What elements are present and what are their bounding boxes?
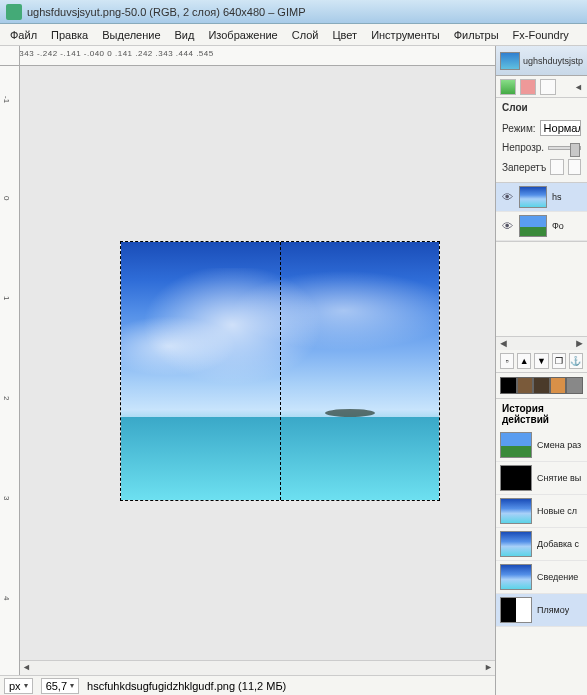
- layer-name[interactable]: hs: [552, 192, 562, 202]
- mode-value: Нормальн...: [544, 122, 581, 134]
- history-row[interactable]: Смена раз: [496, 429, 587, 462]
- ruler-origin[interactable]: [0, 46, 20, 66]
- mode-label: Режим:: [502, 123, 536, 134]
- new-layer-button[interactable]: ▫: [500, 353, 514, 369]
- ruler-vertical[interactable]: -1 0 1 2 3 4: [0, 66, 20, 675]
- menubar: Файл Правка Выделение Вид Изображение Сл…: [0, 24, 587, 46]
- menu-layer[interactable]: Слой: [286, 26, 325, 44]
- channels-tab-icon[interactable]: [520, 79, 536, 95]
- history-thumbnail: [500, 597, 532, 623]
- history-thumbnail: [500, 531, 532, 557]
- zoom-value: 65,7: [46, 680, 67, 692]
- workspace[interactable]: [20, 66, 495, 660]
- menu-edit[interactable]: Правка: [45, 26, 94, 44]
- image-tab-icon: [500, 52, 520, 70]
- raise-layer-button[interactable]: ▲: [517, 353, 531, 369]
- horizontal-scrollbar[interactable]: [20, 660, 495, 675]
- right-panel: ughshduytsjstp ◄ Слои Режим: Нормальн...…: [495, 46, 587, 695]
- layer-row[interactable]: 👁 hs: [496, 183, 587, 212]
- history-label: Плямоу: [537, 605, 569, 615]
- menu-image[interactable]: Изображение: [202, 26, 283, 44]
- layers-title: Слои: [496, 98, 587, 117]
- history-list: Смена раз Снятие вы Новые сл Добавка с С…: [496, 429, 587, 627]
- history-row[interactable]: Сведение: [496, 561, 587, 594]
- swatch[interactable]: [500, 377, 517, 394]
- dropdown-arrow-icon: ▾: [24, 681, 28, 690]
- opacity-slider[interactable]: [548, 146, 581, 150]
- lock-label: Заперетъ: [502, 162, 546, 173]
- history-thumbnail: [500, 498, 532, 524]
- anchor-layer-button[interactable]: ⚓: [569, 353, 583, 369]
- menu-select[interactable]: Выделение: [96, 26, 166, 44]
- image-canvas[interactable]: [120, 241, 440, 501]
- canvas-area: -1 0 1 2 3 4 px▾ 65,7▾ hscfuhkdsugfugidz…: [0, 46, 495, 695]
- layer-scrollbar[interactable]: ◄►: [496, 336, 587, 350]
- status-file: hscfuhkdsugfugidzhklgudf.png (11,2 МБ): [87, 680, 286, 692]
- layer-list: 👁 hs 👁 Фо: [496, 182, 587, 242]
- tab-menu-icon[interactable]: ◄: [574, 82, 583, 92]
- history-label: Добавка с: [537, 539, 579, 549]
- layer-thumbnail[interactable]: [519, 186, 547, 208]
- history-thumbnail: [500, 432, 532, 458]
- unit-selector[interactable]: px▾: [4, 678, 33, 694]
- history-title: История действий: [496, 399, 587, 429]
- visibility-toggle-icon[interactable]: 👁: [500, 219, 514, 233]
- statusbar: px▾ 65,7▾ hscfuhkdsugfugidzhklgudf.png (…: [0, 675, 495, 695]
- history-thumbnail: [500, 564, 532, 590]
- layers-tab-icon[interactable]: [500, 79, 516, 95]
- history-row[interactable]: Плямоу: [496, 594, 587, 627]
- window-title: ughsfduvsjsyut.png-50.0 (RGB, 2 слоя) 64…: [27, 6, 305, 18]
- history-label: Новые сл: [537, 506, 577, 516]
- image-tab[interactable]: ughshduytsjstp: [496, 46, 587, 76]
- island-detail: [325, 409, 375, 417]
- menu-file[interactable]: Файл: [4, 26, 43, 44]
- titlebar: ughsfduvsjsyut.png-50.0 (RGB, 2 слоя) 64…: [0, 0, 587, 24]
- lock-pixels-icon[interactable]: [550, 159, 563, 175]
- history-row[interactable]: Добавка с: [496, 528, 587, 561]
- layer-buttons: ▫ ▲ ▼ ❐ ⚓: [496, 350, 587, 372]
- layer-row[interactable]: 👁 Фо: [496, 212, 587, 241]
- menu-fxfoundry[interactable]: Fx-Foundry: [507, 26, 575, 44]
- history-label: Сведение: [537, 572, 578, 582]
- visibility-toggle-icon[interactable]: 👁: [500, 190, 514, 204]
- history-row[interactable]: Новые сл: [496, 495, 587, 528]
- menu-view[interactable]: Вид: [169, 26, 201, 44]
- zoom-selector[interactable]: 65,7▾: [41, 678, 79, 694]
- menu-color[interactable]: Цвет: [326, 26, 363, 44]
- lock-alpha-icon[interactable]: [568, 159, 581, 175]
- opacity-label: Непрозр.: [502, 142, 544, 153]
- layer-thumbnail[interactable]: [519, 215, 547, 237]
- app-icon: [6, 4, 22, 20]
- history-thumbnail: [500, 465, 532, 491]
- color-swatches: [496, 372, 587, 399]
- menu-tools[interactable]: Инструменты: [365, 26, 446, 44]
- layer-name[interactable]: Фо: [552, 221, 564, 231]
- swatch[interactable]: [533, 377, 550, 394]
- unit-value: px: [9, 680, 21, 692]
- swatch[interactable]: [566, 377, 583, 394]
- mode-select[interactable]: Нормальн...▾: [540, 120, 581, 136]
- swatch[interactable]: [517, 377, 534, 394]
- history-row[interactable]: Снятие вы: [496, 462, 587, 495]
- history-label: Смена раз: [537, 440, 581, 450]
- canvas-background: [20, 66, 495, 660]
- lower-layer-button[interactable]: ▼: [534, 353, 548, 369]
- image-tab-label: ughshduytsjstp: [523, 56, 583, 66]
- vertical-guide[interactable]: [280, 242, 281, 500]
- paths-tab-icon[interactable]: [540, 79, 556, 95]
- swatch[interactable]: [550, 377, 567, 394]
- dropdown-arrow-icon: ▾: [70, 681, 74, 690]
- menu-filters[interactable]: Фильтры: [448, 26, 505, 44]
- dock-toolbar: ◄: [496, 76, 587, 98]
- duplicate-layer-button[interactable]: ❐: [552, 353, 566, 369]
- history-label: Снятие вы: [537, 473, 581, 483]
- ruler-horizontal[interactable]: [20, 46, 495, 66]
